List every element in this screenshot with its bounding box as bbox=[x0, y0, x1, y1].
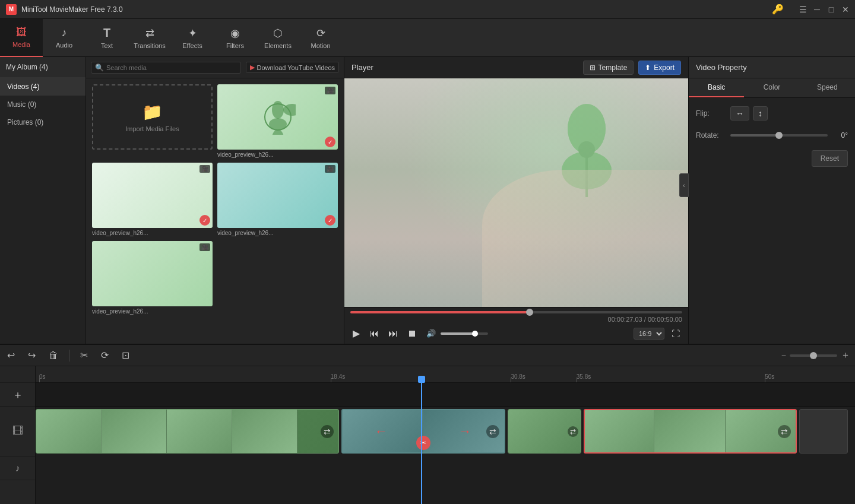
maximize-btn[interactable]: □ bbox=[826, 5, 836, 14]
toolbar-text[interactable]: T Text bbox=[86, 19, 128, 57]
media-item-1[interactable]: 🎥 ✓ video_preview_h26... bbox=[217, 84, 338, 158]
fullscreen-button[interactable]: ⛶ bbox=[669, 328, 682, 340]
svg-point-2 bbox=[269, 118, 287, 130]
history-button[interactable]: ⟳ bbox=[99, 348, 111, 362]
track-labels: ＋ 🎞 ♪ bbox=[0, 366, 36, 504]
toolbar-motion[interactable]: ⟳ Motion bbox=[299, 19, 342, 57]
zoom-slider[interactable] bbox=[790, 354, 837, 357]
hand-silhouette bbox=[482, 170, 688, 307]
toolbar-elements[interactable]: ⬡ Elements bbox=[256, 19, 299, 57]
stop-button[interactable]: ⏹ bbox=[405, 327, 419, 340]
video-badge-3: 🎥 bbox=[325, 165, 335, 173]
timeline-clip-2[interactable]: ← → ✂ ⇄ bbox=[341, 409, 505, 454]
minimize-btn[interactable]: ─ bbox=[812, 5, 822, 14]
flip-vertical-button[interactable]: ↕ bbox=[753, 106, 768, 121]
timeline-clip-5[interactable] bbox=[799, 409, 848, 454]
rewind-button[interactable]: ⏮ bbox=[367, 327, 381, 340]
toolbar-effects[interactable]: ✦ Effects bbox=[171, 19, 214, 57]
scissors-indicator: ✂ bbox=[416, 436, 430, 450]
scissors-button[interactable]: ✂ bbox=[78, 348, 90, 362]
ruler-mark-35s: 35.8s bbox=[577, 373, 591, 380]
ruler-mark-50s: 50s bbox=[765, 373, 774, 380]
zoom-in-icon[interactable]: ＋ bbox=[841, 349, 850, 362]
video-badge-4: 🎥 bbox=[200, 243, 210, 251]
ruler-mark-0s: 0s bbox=[39, 373, 46, 380]
clip-4-swap[interactable]: ⇄ bbox=[778, 425, 791, 438]
filters-icon: ◉ bbox=[230, 27, 240, 40]
toolbar-filters[interactable]: ◉ Filters bbox=[214, 19, 256, 57]
flip-horizontal-button[interactable]: ↔ bbox=[730, 106, 749, 121]
search-icon: 🔍 bbox=[95, 64, 104, 72]
media-label-3: video_preview_h26... bbox=[217, 230, 338, 236]
progress-bar[interactable] bbox=[350, 311, 682, 313]
play-button[interactable]: ▶ bbox=[350, 327, 362, 340]
timeline-clip-1[interactable]: ⇄ bbox=[36, 409, 339, 454]
thumb-strip-4a bbox=[585, 410, 654, 452]
reset-button[interactable]: Reset bbox=[812, 150, 848, 167]
clip-2-swap[interactable]: ⇄ bbox=[486, 425, 499, 438]
sidebar-item-music[interactable]: Music (0) bbox=[0, 96, 86, 113]
ruler-line-1 bbox=[331, 378, 331, 382]
media-icon: 🖼 bbox=[16, 26, 27, 39]
progress-bar-wrap[interactable] bbox=[344, 308, 688, 315]
volume-bar[interactable] bbox=[441, 332, 488, 335]
undo-button[interactable]: ↩ bbox=[5, 348, 17, 362]
thumb-strip-1a bbox=[36, 410, 102, 453]
search-input-wrap[interactable]: 🔍 bbox=[91, 62, 241, 74]
thumb-strip-1d bbox=[232, 410, 297, 453]
panel-expand-toggle[interactable]: ‹ bbox=[679, 173, 689, 197]
search-input[interactable] bbox=[106, 64, 237, 71]
current-time: 00:00:27.03 bbox=[608, 316, 642, 323]
sidebar-item-videos[interactable]: Videos (4) bbox=[0, 78, 86, 96]
export-button[interactable]: ⬆ Export bbox=[638, 61, 681, 75]
crop-button[interactable]: ⊡ bbox=[119, 348, 132, 362]
player-title: Player bbox=[352, 63, 373, 72]
media-item-2[interactable]: 🎥 ✓ video_preview_h26... bbox=[92, 163, 213, 236]
app-icon: M bbox=[6, 4, 17, 15]
thumb-4 bbox=[92, 241, 213, 306]
export-icon: ⬆ bbox=[645, 64, 651, 72]
text-icon: T bbox=[103, 26, 110, 40]
sidebar-item-pictures[interactable]: Pictures (0) bbox=[0, 113, 86, 131]
timeline-clip-3[interactable]: ⇄ bbox=[508, 409, 581, 454]
transitions-label: Transitions bbox=[134, 42, 165, 49]
thumb-strip-4b bbox=[654, 410, 726, 452]
close-btn[interactable]: ✕ bbox=[841, 5, 850, 14]
download-youtube-button[interactable]: ▶ Download YouTube Videos bbox=[246, 62, 340, 73]
reset-row: Reset bbox=[696, 150, 848, 167]
right-arrow: → bbox=[458, 424, 471, 439]
thumb-3 bbox=[217, 163, 338, 228]
media-grid: 📁 Import Media Files 🎥 ✓ video_preview_h… bbox=[86, 78, 344, 321]
ruler-line-3 bbox=[577, 378, 577, 382]
export-label: Export bbox=[654, 64, 674, 72]
progress-fill bbox=[350, 311, 530, 313]
motion-label: Motion bbox=[311, 42, 330, 49]
toolbar-media[interactable]: 🖼 Media bbox=[0, 19, 43, 57]
menu-icon[interactable]: ☰ bbox=[798, 5, 808, 14]
rotate-slider[interactable] bbox=[730, 134, 828, 137]
timeline-clip-4[interactable]: ⇄ bbox=[584, 409, 797, 454]
delete-button[interactable]: 🗑 bbox=[46, 349, 61, 362]
tab-color[interactable]: Color bbox=[744, 78, 799, 97]
my-album-header: My Album (4) bbox=[0, 57, 86, 78]
volume-button[interactable]: 🔊 bbox=[424, 328, 438, 339]
rotate-value: 0° bbox=[831, 131, 848, 140]
fast-forward-button[interactable]: ⏭ bbox=[386, 327, 400, 340]
media-item-4[interactable]: 🎥 video_preview_h26... bbox=[92, 241, 213, 315]
clip-3-swap[interactable]: ⇄ bbox=[568, 426, 578, 437]
app-title: MiniTool MovieMaker Free 7.3.0 bbox=[21, 5, 123, 14]
tab-speed[interactable]: Speed bbox=[800, 78, 855, 97]
import-drop-area[interactable]: 📁 Import Media Files bbox=[92, 84, 213, 150]
template-button[interactable]: ⊞ Template bbox=[583, 61, 634, 75]
toolbar-audio[interactable]: ♪ Audio bbox=[43, 19, 86, 57]
media-panel: 🔍 ▶ Download YouTube Videos 📁 Import Med… bbox=[86, 57, 344, 344]
add-track-button[interactable]: ＋ bbox=[0, 383, 35, 407]
import-media-item[interactable]: 📁 Import Media Files bbox=[92, 84, 213, 158]
media-item-3[interactable]: 🎥 ✓ video_preview_h26... bbox=[217, 163, 338, 236]
tab-basic[interactable]: Basic bbox=[689, 78, 744, 97]
aspect-ratio-select[interactable]: 16:9 bbox=[634, 328, 664, 340]
redo-button[interactable]: ↪ bbox=[26, 348, 38, 362]
clip-1-swap[interactable]: ⇄ bbox=[321, 425, 334, 438]
video-track: ⇄ ← → ✂ ⇄ ⇄ bbox=[36, 408, 855, 455]
toolbar-transitions[interactable]: ⇄ Transitions bbox=[128, 19, 171, 57]
